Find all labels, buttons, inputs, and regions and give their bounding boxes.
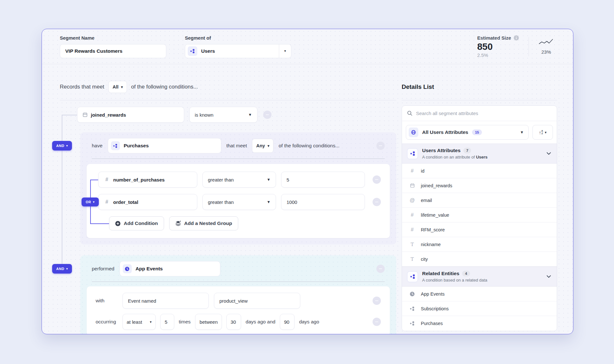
search-icon <box>407 111 413 116</box>
event-name-row: with Event named product_view <box>96 293 381 309</box>
entity-item-app-events[interactable]: App Events <box>402 287 557 301</box>
dropdown-arrow-icon: ▾ <box>121 85 123 89</box>
segment-name-field: Segment Name <box>60 35 166 58</box>
operator-select-greater-than[interactable]: greater than ▼ <box>202 194 276 210</box>
at-icon: @ <box>409 197 415 203</box>
from-days-input[interactable]: 30 <box>226 314 241 330</box>
conditions-builder: Records that meet All ▾ of the following… <box>60 81 396 334</box>
count-input[interactable]: 5 <box>160 314 174 330</box>
at-least-value: at least <box>127 319 142 325</box>
condition-row-order-total: # order_total greater than ▼ 1000 <box>98 194 381 210</box>
to-days-input[interactable]: 90 <box>280 314 295 330</box>
group1-entity-name: Purchases <box>124 143 149 149</box>
operator-select-is-known[interactable]: is known ▼ <box>189 107 257 123</box>
cluster-icon <box>409 306 415 311</box>
and-label: AND <box>56 267 64 271</box>
clock-icon <box>409 291 415 297</box>
section-header-related-entities[interactable]: Related Entities 4 A condition based on … <box>402 267 557 287</box>
records-suffix: of the following conditions... <box>131 84 198 90</box>
builder-divider <box>60 100 396 100</box>
dropdown-arrow-icon: ▾ <box>150 320 152 324</box>
related-entities-tile <box>407 271 418 282</box>
cluster-icon <box>190 49 195 53</box>
estimated-size-value: 850 <box>477 42 519 51</box>
attribute-item-id[interactable]: # id <box>402 164 557 178</box>
event-value: product_view <box>219 298 248 304</box>
remove-group-button[interactable] <box>376 142 385 150</box>
filter-label: All Users Attributes <box>422 129 468 135</box>
entity-select-purchases[interactable]: Purchases <box>108 138 221 153</box>
between-select[interactable]: between <box>195 314 222 330</box>
entity-item-purchases[interactable]: Purchases <box>402 316 557 331</box>
cluster-icon <box>410 274 415 279</box>
segment-of-dropdown-button[interactable]: ▾ <box>279 44 291 58</box>
segment-of-select[interactable]: Users ▾ <box>185 44 291 58</box>
remove-condition-button[interactable] <box>373 297 381 305</box>
attribute-item-city[interactable]: T city <box>402 252 557 267</box>
section-text: Users Attributes 7 A condition on an att… <box>422 148 542 159</box>
event-named-select[interactable]: Event named <box>122 293 209 309</box>
days-ago-label: days ago <box>299 319 319 325</box>
segment-of-value[interactable]: Users <box>185 46 279 56</box>
segment-of-label: Segment of <box>185 35 291 41</box>
field-select-order-total[interactable]: # order_total <box>98 194 197 210</box>
attribute-label: Subscriptions <box>421 306 449 311</box>
to-days-value: 90 <box>284 319 289 325</box>
group1-header: have Purchases that meet Any ▾ of the fo… <box>92 138 385 153</box>
estimated-size-percent: 2.5% <box>477 52 519 58</box>
dropdown-arrow-icon: ▾ <box>66 144 68 147</box>
sidebar-title: Details List <box>402 81 557 93</box>
remove-condition-button[interactable] <box>373 198 381 206</box>
operator-value: greater than <box>208 199 234 205</box>
info-icon[interactable] <box>514 35 519 41</box>
entity-item-subscriptions[interactable]: Subscriptions <box>402 301 557 316</box>
dropdown-arrow-icon: ▾ <box>268 144 270 148</box>
operator-select-greater-than[interactable]: greater than ▼ <box>202 172 276 188</box>
attribute-label: city <box>421 257 428 262</box>
or-connector-badge[interactable]: OR▾ <box>82 197 99 206</box>
at-least-select[interactable]: at least ▾ <box>122 314 156 330</box>
group2-entity-name: App Events <box>136 266 163 272</box>
attribute-label: App Events <box>421 291 445 297</box>
chevron-down-icon <box>547 152 551 155</box>
event-value-input[interactable]: product_view <box>214 293 300 309</box>
match-any-select[interactable]: Any ▾ <box>252 139 273 153</box>
search-input[interactable] <box>416 111 552 116</box>
segment-name-input[interactable] <box>60 44 166 58</box>
calendar-icon <box>83 112 88 117</box>
event-frequency-row: occurring at least ▾ 5 times between <box>96 314 381 330</box>
remove-condition-button[interactable] <box>373 175 381 184</box>
remove-condition-button[interactable] <box>373 318 381 326</box>
operator-value: greater than <box>208 177 234 182</box>
add-condition-button[interactable]: Add Condition <box>109 216 164 230</box>
sort-button[interactable]: ↑AZ ▾ <box>532 125 553 140</box>
dropdown-arrow-icon: ▾ <box>66 267 68 270</box>
field-select-joined-rewards[interactable]: joined_rewards <box>77 107 184 123</box>
add-nested-group-label: Add a Nested Group <box>184 221 232 226</box>
match-all-select[interactable]: All ▾ <box>108 81 127 93</box>
tree-connector <box>62 115 62 269</box>
attribute-item-email[interactable]: @ email <box>402 193 557 208</box>
group1-lead-label: have <box>92 143 103 149</box>
with-label: with <box>96 298 122 304</box>
entity-select-app-events[interactable]: App Events <box>120 261 220 276</box>
value-input-1000[interactable]: 1000 <box>281 194 365 210</box>
attribute-item-lifetime-value[interactable]: # lifetime_value <box>402 208 557 222</box>
and-connector-badge[interactable]: AND▾ <box>52 141 72 151</box>
attribute-item-nickname[interactable]: T nickname <box>402 237 557 252</box>
section-header-users-attributes[interactable]: Users Attributes 7 A condition on an att… <box>402 143 557 164</box>
attribute-item-joined-rewards[interactable]: joined_rewards <box>402 178 557 193</box>
attribute-label: lifetime_value <box>421 213 449 218</box>
header-divider <box>529 37 529 56</box>
section-title: Related Entities <box>422 271 459 276</box>
attribute-filter-dropdown[interactable]: All Users Attributes 15 ▼ <box>406 125 529 140</box>
add-nested-group-button[interactable]: Add a Nested Group <box>169 216 238 230</box>
attribute-item-rfm-score[interactable]: # RFM_score <box>402 222 557 237</box>
and-connector-badge[interactable]: AND▾ <box>52 264 72 274</box>
number-icon: # <box>104 199 110 205</box>
value-input-5[interactable]: 5 <box>281 172 365 188</box>
field-select-number-of-purchases[interactable]: # number_of_purchases <box>98 172 197 188</box>
remove-condition-button[interactable] <box>263 111 272 119</box>
remove-group-button[interactable] <box>376 265 385 273</box>
condition-value: 5 <box>287 177 289 182</box>
